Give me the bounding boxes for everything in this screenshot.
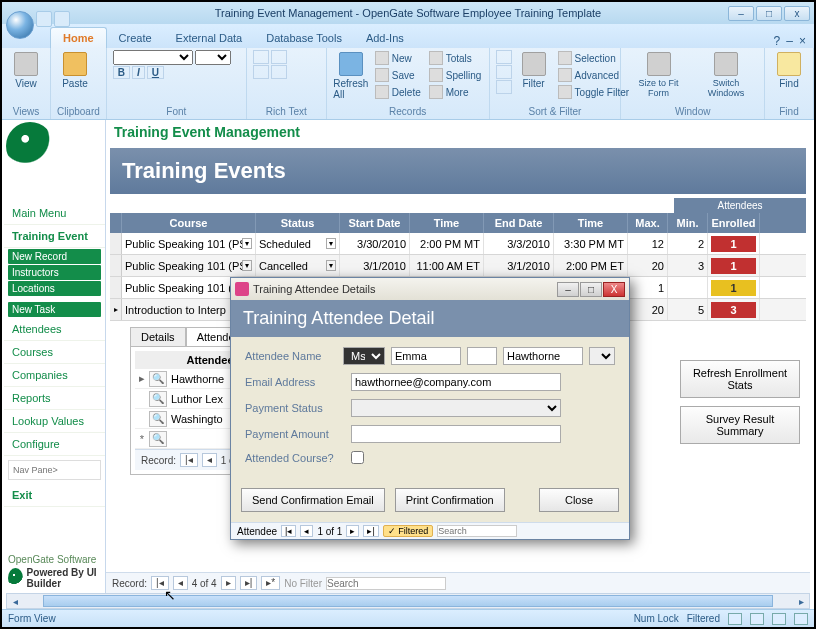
ribbon-minimize-icon[interactable]: – [786, 34, 793, 48]
prefix-select[interactable]: Ms. [343, 347, 385, 365]
font-size-select[interactable] [195, 50, 231, 65]
last-name-input[interactable] [503, 347, 583, 365]
row-selector[interactable] [110, 277, 122, 298]
dialog-titlebar[interactable]: Training Attendee Details – □ X [231, 278, 629, 300]
inner-close-icon[interactable]: × [799, 34, 806, 48]
dlgnav-next[interactable]: ▸ [346, 525, 359, 537]
window-close-button[interactable]: x [784, 6, 810, 21]
dropdown-icon[interactable]: ▾ [242, 238, 252, 249]
indent-icon[interactable] [271, 65, 287, 79]
attended-checkbox[interactable] [351, 451, 364, 464]
nav-configure[interactable]: Configure [4, 433, 105, 456]
no-filter-indicator[interactable]: No Filter [284, 578, 322, 589]
first-name-input[interactable] [391, 347, 461, 365]
nav-last[interactable]: ▸| [240, 576, 258, 590]
dialog-maximize-button[interactable]: □ [580, 282, 602, 297]
subform-tab-details[interactable]: Details [130, 327, 186, 346]
nav-lookup-values[interactable]: Lookup Values [4, 410, 105, 433]
switch-windows-button[interactable]: Switch Windows [694, 50, 758, 100]
spelling-button[interactable]: Spelling [427, 67, 484, 83]
filtered-indicator[interactable]: ✓ Filtered [383, 525, 434, 537]
dialog-minimize-button[interactable]: – [557, 282, 579, 297]
nav-pane-toggle[interactable]: Nav Pane> [8, 460, 101, 480]
selection-button[interactable]: Selection [556, 50, 631, 66]
nav-courses[interactable]: Courses [4, 341, 105, 364]
ribbon-tab-addins[interactable]: Add-Ins [354, 28, 416, 48]
size-to-fit-button[interactable]: Size to Fit Form [627, 50, 689, 100]
nav-action-instructors[interactable]: Instructors [8, 265, 101, 280]
dropdown-icon[interactable]: ▾ [326, 238, 336, 249]
clear-sort-icon[interactable] [496, 80, 512, 94]
bullets-icon[interactable] [253, 50, 269, 64]
scroll-left-icon[interactable]: ◂ [7, 594, 23, 608]
middle-name-input[interactable] [467, 347, 497, 365]
underline-button[interactable]: U [147, 66, 164, 79]
nav-new[interactable]: ▸* [261, 576, 280, 590]
toggle-filter-button[interactable]: Toggle Filter [556, 84, 631, 100]
bold-button[interactable]: B [113, 66, 130, 79]
nav-reports[interactable]: Reports [4, 387, 105, 410]
qat-save-icon[interactable] [36, 11, 52, 27]
send-confirmation-button[interactable]: Send Confirmation Email [241, 488, 385, 512]
refresh-enrollment-button[interactable]: Refresh Enrollment Stats [680, 360, 800, 398]
paste-button[interactable]: Paste [57, 50, 93, 91]
view-button[interactable]: View [8, 50, 44, 91]
lookup-icon[interactable]: 🔍 [149, 431, 167, 447]
nav-main-menu[interactable]: Main Menu [4, 202, 105, 225]
totals-button[interactable]: Totals [427, 50, 484, 66]
outdent-icon[interactable] [253, 65, 269, 79]
lookup-icon[interactable]: 🔍 [149, 411, 167, 427]
row-selector[interactable] [110, 233, 122, 254]
dlgnav-first[interactable]: |◂ [281, 525, 296, 537]
subnav-prev[interactable]: ◂ [202, 453, 217, 467]
office-orb[interactable] [6, 11, 34, 39]
font-family-select[interactable] [113, 50, 193, 65]
suffix-select[interactable] [589, 347, 615, 365]
print-confirmation-button[interactable]: Print Confirmation [395, 488, 505, 512]
view-shortcut-datasheet-icon[interactable] [750, 613, 764, 625]
table-row[interactable]: Public Speaking 101 (PS1▾ Scheduled▾ 3/3… [110, 233, 806, 255]
dialog-close-x-button[interactable]: X [603, 282, 625, 297]
dialog-close-button[interactable]: Close [539, 488, 619, 512]
delete-record-button[interactable]: Delete [373, 84, 423, 100]
nav-companies[interactable]: Companies [4, 364, 105, 387]
ribbon-tab-databasetools[interactable]: Database Tools [254, 28, 354, 48]
nav-attendees[interactable]: Attendees [4, 318, 105, 341]
window-maximize-button[interactable]: □ [756, 6, 782, 21]
nav-action-new-task[interactable]: New Task [8, 302, 101, 317]
dialog-search-input[interactable] [437, 525, 517, 537]
dlgnav-last[interactable]: ▸| [363, 525, 378, 537]
scroll-right-icon[interactable]: ▸ [793, 594, 809, 608]
nav-action-new-record[interactable]: New Record [8, 249, 101, 264]
subnav-first[interactable]: |◂ [180, 453, 198, 467]
view-shortcut-layout-icon[interactable] [772, 613, 786, 625]
nav-training-event[interactable]: Training Event [4, 225, 105, 248]
window-minimize-button[interactable]: – [728, 6, 754, 21]
dropdown-icon[interactable]: ▾ [326, 260, 336, 271]
lookup-icon[interactable]: 🔍 [149, 371, 167, 387]
horizontal-scrollbar[interactable]: ◂ ▸ [6, 593, 810, 609]
help-icon[interactable]: ? [774, 34, 781, 48]
find-button[interactable]: Find [771, 50, 807, 91]
italic-button[interactable]: I [132, 66, 145, 79]
email-input[interactable] [351, 373, 561, 391]
advanced-button[interactable]: Advanced [556, 67, 631, 83]
nav-exit[interactable]: Exit [4, 484, 105, 507]
filter-button[interactable]: Filter [516, 50, 552, 91]
sort-asc-icon[interactable] [496, 50, 512, 64]
nav-next[interactable]: ▸ [221, 576, 236, 590]
payment-amount-input[interactable] [351, 425, 561, 443]
survey-summary-button[interactable]: Survey Result Summary [680, 406, 800, 444]
row-selector[interactable] [110, 255, 122, 276]
row-selector[interactable]: ▸ [110, 299, 122, 320]
new-record-button[interactable]: New [373, 50, 423, 66]
numbering-icon[interactable] [271, 50, 287, 64]
save-record-button[interactable]: Save [373, 67, 423, 83]
scroll-thumb[interactable] [43, 595, 773, 607]
refresh-all-button[interactable]: Refresh All [333, 50, 369, 102]
view-shortcut-design-icon[interactable] [794, 613, 808, 625]
table-row[interactable]: Public Speaking 101 (PS1▾ Cancelled▾ 3/1… [110, 255, 806, 277]
dlgnav-prev[interactable]: ◂ [300, 525, 313, 537]
more-button[interactable]: More [427, 84, 484, 100]
view-shortcut-form-icon[interactable] [728, 613, 742, 625]
